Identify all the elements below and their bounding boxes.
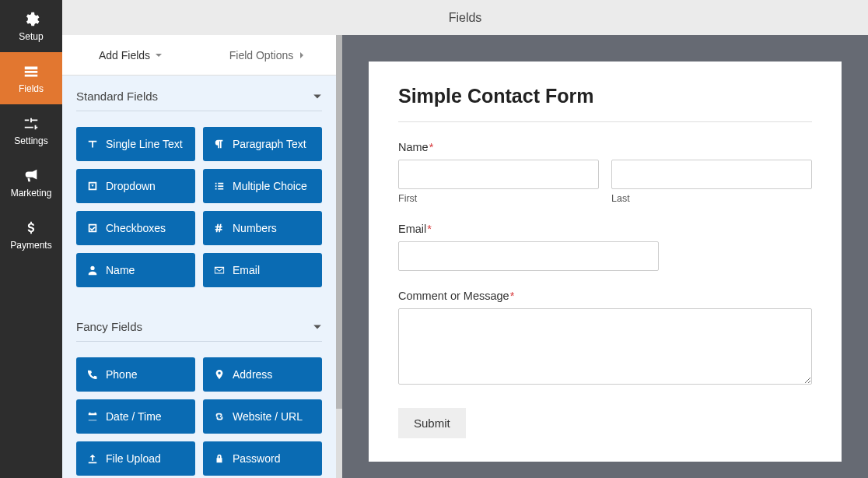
phone-icon [87, 369, 98, 380]
field-label: Name [106, 264, 135, 276]
field-single-line-text[interactable]: Single Line Text [76, 127, 195, 161]
form-field-email[interactable]: Email* [398, 223, 812, 271]
upload-icon [87, 453, 98, 464]
field-numbers[interactable]: Numbers [203, 211, 322, 245]
fields-icon [23, 63, 40, 80]
bullhorn-icon [23, 167, 40, 185]
form-field-message[interactable]: Comment or Message* [398, 290, 812, 388]
dollar-icon [23, 220, 40, 237]
field-website-url[interactable]: Website / URL [203, 399, 322, 434]
field-dropdown[interactable]: Dropdown [76, 169, 195, 203]
message-textarea[interactable] [398, 308, 812, 385]
field-label: Date / Time [106, 410, 162, 423]
field-label: Single Line Text [106, 138, 183, 150]
field-date-time[interactable]: Date / Time [76, 399, 195, 434]
dropdown-icon [87, 181, 98, 192]
field-phone[interactable]: Phone [76, 357, 195, 392]
check-square-icon [87, 223, 98, 234]
field-label: Website / URL [233, 410, 303, 423]
field-label: Paragraph Text [233, 138, 306, 150]
first-sublabel: First [398, 193, 599, 204]
field-label: Address [233, 368, 272, 381]
text-icon [87, 139, 98, 149]
field-label: Email [233, 264, 260, 276]
nav-settings-label: Settings [14, 135, 47, 146]
chevron-down-icon [313, 92, 322, 101]
field-email[interactable]: Email [203, 253, 322, 287]
message-label: Comment or Message* [398, 290, 812, 302]
field-multiple-choice[interactable]: Multiple Choice [203, 169, 322, 203]
nav-fields[interactable]: Fields [0, 52, 62, 104]
sliders-icon [23, 115, 40, 132]
page-header: Fields [62, 0, 868, 35]
section-standard-fields[interactable]: Standard Fields [76, 76, 322, 111]
nav-settings[interactable]: Settings [0, 104, 62, 156]
form-title: Simple Contact Form [398, 85, 812, 122]
chevron-down-icon [155, 51, 163, 59]
scrollbar-thumb[interactable] [336, 35, 342, 409]
sidebar-nav: Setup Fields Settings Marketing Payments [0, 0, 62, 478]
nav-payments-label: Payments [10, 240, 51, 251]
field-password[interactable]: Password [203, 441, 322, 476]
submit-button[interactable]: Submit [398, 408, 466, 438]
nav-setup-label: Setup [19, 31, 43, 42]
nav-fields-label: Fields [19, 83, 44, 94]
lock-icon [214, 453, 225, 464]
panel-scrollbar[interactable] [336, 35, 342, 478]
tab-add-fields-label: Add Fields [99, 49, 150, 62]
field-label: Password [233, 452, 280, 465]
field-paragraph-text[interactable]: Paragraph Text [203, 127, 322, 161]
paragraph-icon [214, 139, 225, 149]
chevron-right-icon [298, 51, 306, 59]
nav-marketing-label: Marketing [11, 188, 52, 199]
page-title: Fields [449, 11, 482, 25]
tab-field-options-label: Field Options [229, 49, 293, 62]
email-input[interactable] [398, 241, 659, 271]
nav-setup[interactable]: Setup [0, 0, 62, 52]
last-sublabel: Last [611, 193, 812, 204]
form-canvas[interactable]: Simple Contact Form Name* First Last Ema… [369, 62, 842, 462]
first-name-input[interactable] [398, 160, 599, 189]
field-label: Phone [106, 368, 137, 381]
email-label: Email* [398, 223, 812, 235]
tab-add-fields[interactable]: Add Fields [62, 35, 199, 75]
field-label: Dropdown [106, 180, 156, 192]
form-field-name[interactable]: Name* First Last [398, 141, 812, 204]
gear-icon [23, 11, 40, 28]
field-label: Multiple Choice [233, 180, 307, 192]
required-asterisk: * [510, 290, 515, 302]
field-label: Checkboxes [106, 222, 166, 234]
list-icon [214, 181, 225, 192]
field-label: Numbers [233, 222, 277, 234]
map-pin-icon [214, 369, 225, 380]
required-asterisk: * [429, 141, 434, 153]
form-preview-area: Simple Contact Form Name* First Last Ema… [342, 0, 868, 478]
section-fancy-title: Fancy Fields [76, 320, 142, 333]
field-checkboxes[interactable]: Checkboxes [76, 211, 195, 245]
link-icon [214, 411, 225, 422]
section-fancy-fields[interactable]: Fancy Fields [76, 306, 322, 342]
user-icon [87, 265, 98, 276]
calendar-icon [87, 411, 98, 422]
envelope-icon [214, 265, 225, 276]
field-name[interactable]: Name [76, 253, 195, 287]
section-standard-title: Standard Fields [76, 90, 158, 103]
chevron-down-icon [313, 322, 322, 332]
field-file-upload[interactable]: File Upload [76, 441, 195, 476]
required-asterisk: * [427, 223, 432, 235]
tab-field-options[interactable]: Field Options [199, 35, 336, 75]
name-label: Name* [398, 141, 812, 153]
last-name-input[interactable] [611, 160, 812, 189]
nav-payments[interactable]: Payments [0, 209, 62, 261]
hash-icon [214, 223, 225, 234]
field-label: File Upload [106, 452, 161, 465]
field-address[interactable]: Address [203, 357, 322, 392]
nav-marketing[interactable]: Marketing [0, 156, 62, 209]
